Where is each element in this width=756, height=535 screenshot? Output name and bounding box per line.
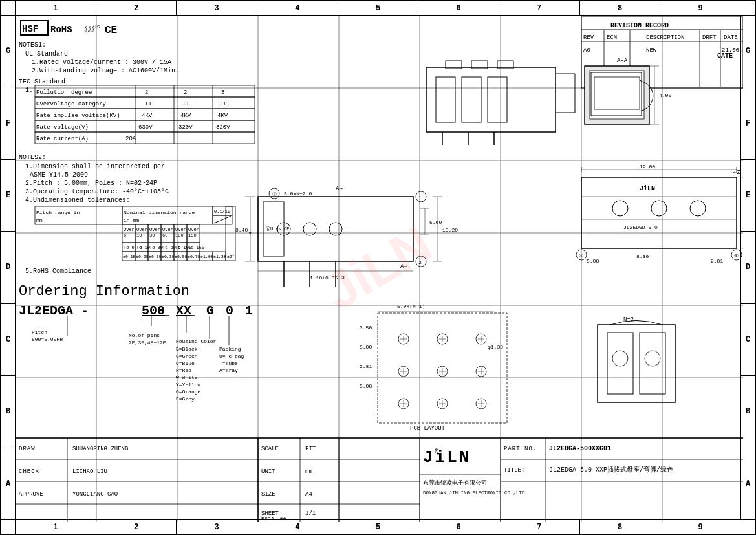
- row-F-right: F: [741, 87, 755, 159]
- col-bot-7: 7: [499, 520, 580, 534]
- row-D-right: D: [741, 232, 755, 303]
- svg-text:Pitch: Pitch: [32, 329, 47, 335]
- svg-text:DRAW: DRAW: [19, 446, 36, 452]
- svg-text:A→: A→: [400, 263, 407, 270]
- svg-text:2.81: 2.81: [711, 258, 723, 264]
- svg-text:FIT: FIT: [305, 446, 316, 452]
- svg-text:Y=Yellow: Y=Yellow: [176, 382, 201, 388]
- svg-text:®: ®: [435, 448, 438, 455]
- corner-top-left: [1, 1, 16, 15]
- svg-text:us: us: [93, 24, 100, 30]
- col-bot-8: 8: [580, 520, 661, 534]
- top-border: 1 2 3 4 5 6 7 8 9: [1, 1, 755, 16]
- svg-text:ECN: ECN: [607, 34, 617, 41]
- svg-text:YONGLIANG GAO: YONGLIANG GAO: [72, 491, 118, 497]
- svg-text:NOTES1:: NOTES1:: [19, 41, 46, 49]
- svg-text:6: 6: [124, 233, 126, 238]
- svg-text:U=Blue: U=Blue: [176, 360, 195, 366]
- svg-text:Pollution degree: Pollution degree: [36, 89, 92, 96]
- row-B-right: B: [741, 376, 755, 448]
- svg-text:1.Dimension shall be interpret: 1.Dimension shall be interpreted per: [25, 163, 165, 170]
- svg-text:JiLN: JiLN: [640, 185, 655, 192]
- svg-text:2: 2: [418, 259, 422, 265]
- svg-text:G=Green: G=Green: [176, 353, 198, 359]
- svg-text:II: II: [145, 101, 152, 107]
- main-drawing: HSF RoHS 𝕌𝕃 us CE NOTES1: UL Standard 1.…: [16, 16, 743, 522]
- svg-text:Over: Over: [162, 227, 173, 232]
- row-G: G: [1, 16, 15, 87]
- svg-rect-168: [436, 77, 455, 122]
- svg-text:⑤: ⑤: [734, 253, 739, 259]
- svg-text:A→: A→: [336, 186, 343, 192]
- svg-text:60: 60: [162, 233, 167, 238]
- col-bot-1: 1: [16, 520, 96, 534]
- svg-text:O=Orange: O=Orange: [176, 389, 201, 395]
- row-E: E: [1, 160, 15, 232]
- svg-text:To 150: To 150: [188, 245, 204, 250]
- svg-text:DATE: DATE: [724, 34, 738, 41]
- svg-text:Pitch range in: Pitch range in: [36, 210, 80, 215]
- corner-top-right: [740, 1, 755, 15]
- svg-rect-169: [462, 77, 481, 122]
- col-7: 7: [499, 1, 580, 15]
- svg-text:RoHS: RoHS: [50, 25, 72, 35]
- svg-text:HSF: HSF: [22, 24, 38, 34]
- svg-text:630V: 630V: [138, 124, 153, 131]
- svg-text:To 6: To 6: [124, 245, 135, 250]
- svg-text:W=White: W=White: [176, 375, 198, 380]
- svg-text:NOTES2:: NOTES2:: [19, 154, 46, 161]
- col-9: 9: [660, 1, 740, 15]
- svg-text:R=Red: R=Red: [176, 367, 191, 373]
- svg-text:1: 1: [418, 195, 422, 201]
- svg-text:3: 3: [221, 89, 224, 96]
- svg-text:0: 0: [226, 303, 233, 318]
- svg-text:2P,3P,4P~12P: 2P,3P,4P~12P: [129, 340, 166, 345]
- svg-text:±2°: ±2°: [227, 254, 235, 259]
- svg-text:2: 2: [145, 89, 148, 96]
- svg-text:5.RoHS Compliance: 5.RoHS Compliance: [25, 268, 91, 275]
- row-A: A: [1, 448, 15, 519]
- svg-text:Rate  current(A): Rate current(A): [36, 136, 89, 142]
- svg-text:1.: 1.: [25, 87, 33, 94]
- svg-text:±1.00: ±1.00: [200, 255, 213, 259]
- svg-text:mm: mm: [36, 217, 43, 223]
- svg-text:1.10±0.05 ③: 1.10±0.05 ③: [310, 275, 345, 281]
- svg-text:2.81: 2.81: [360, 364, 372, 369]
- svg-text:4.00: 4.00: [659, 93, 671, 98]
- svg-text:8.40: 8.40: [235, 227, 248, 233]
- svg-text:ⓒULus CE: ⓒULus CE: [266, 226, 289, 232]
- col-bot-3: 3: [177, 520, 257, 534]
- svg-text:N=2: N=2: [623, 316, 634, 323]
- svg-text:LICHAO  LIU: LICHAO LIU: [72, 468, 107, 475]
- svg-text:A=Tray: A=Tray: [219, 367, 238, 373]
- svg-text:100: 100: [175, 233, 184, 238]
- svg-text:TITLE:: TITLE:: [504, 467, 524, 474]
- row-G-right: G: [741, 16, 755, 87]
- svg-point-222: [612, 201, 628, 216]
- col-bot-2: 2: [96, 520, 177, 534]
- svg-text:东莞市锦凌电子有限公司: 东莞市锦凌电子有限公司: [423, 479, 487, 486]
- svg-text:III: III: [219, 101, 230, 107]
- svg-rect-279: [598, 325, 675, 402]
- svg-text:NEW: NEW: [646, 47, 657, 54]
- col-3: 3: [177, 1, 257, 15]
- col-6: 6: [418, 1, 499, 15]
- row-C: C: [1, 304, 15, 376]
- svg-text:3.50: 3.50: [360, 325, 372, 331]
- svg-text:④: ④: [579, 253, 583, 259]
- svg-text:320V: 320V: [216, 124, 230, 131]
- svg-text:DRFT: DRFT: [702, 34, 717, 41]
- svg-text:mm: mm: [305, 468, 312, 475]
- svg-text:4KV: 4KV: [217, 113, 228, 119]
- corner-bot-left: [1, 520, 16, 534]
- svg-text:150: 150: [188, 233, 197, 238]
- svg-text:III: III: [182, 101, 193, 107]
- svg-text:Rate impulse voltage(KV): Rate impulse voltage(KV): [36, 113, 120, 119]
- svg-text:320V: 320V: [178, 124, 193, 131]
- svg-text:±0.15: ±0.15: [123, 255, 136, 259]
- svg-point-282: [612, 351, 628, 366]
- svg-text:4KV: 4KV: [142, 113, 153, 119]
- svg-rect-116: [226, 206, 235, 261]
- svg-text:5.0xN+2.0: 5.0xN+2.0: [284, 191, 312, 197]
- svg-text:SCALE: SCALE: [261, 446, 279, 452]
